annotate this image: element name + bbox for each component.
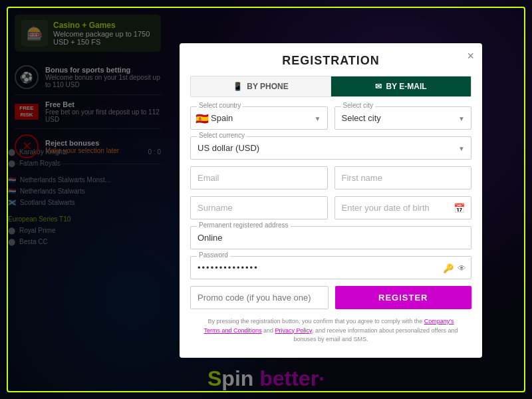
city-group: Select city Select city ▼ [334, 106, 472, 130]
address-row: Permanent registered address [190, 226, 471, 249]
registration-modal: × REGISTRATION 📱 BY PHONE ✉ BY E-MAIL Se… [180, 43, 482, 358]
firstname-group [334, 166, 472, 190]
email-firstname-row [190, 166, 471, 190]
country-city-row: Select country 🇪🇸 Spain ▼ Select city Se… [190, 106, 471, 130]
password-label: Password [197, 251, 230, 259]
email-group [190, 166, 328, 190]
currency-select[interactable]: US dollar (USD) [190, 136, 471, 160]
city-label: Select city [341, 102, 376, 109]
promo-register-row: REGISTER [190, 286, 471, 309]
register-button[interactable]: REGISTER [335, 286, 472, 309]
promo-input[interactable] [190, 286, 329, 309]
firstname-input[interactable] [334, 166, 472, 190]
surname-group [190, 196, 328, 219]
form-body: Select country 🇪🇸 Spain ▼ Select city Se… [180, 106, 482, 344]
email-icon: ✉ [375, 82, 382, 91]
tab-email-label: BY E-MAIL [386, 82, 426, 91]
surname-dob-row: 📅 [190, 196, 471, 219]
address-group: Permanent registered address [190, 226, 471, 249]
country-select[interactable]: Spain [190, 106, 328, 130]
phone-icon: 📱 [233, 82, 243, 91]
tabs-container: 📱 BY PHONE ✉ BY E-MAIL [190, 76, 471, 97]
dob-group: 📅 [334, 196, 472, 219]
currency-row: Select currency US dollar (USD) ▼ [190, 136, 471, 160]
email-input[interactable] [190, 166, 328, 190]
tab-email[interactable]: ✉ BY E-MAIL [331, 76, 471, 96]
country-label: Select country [197, 102, 243, 109]
surname-input[interactable] [190, 196, 328, 219]
address-input[interactable] [190, 226, 471, 249]
password-input[interactable] [190, 256, 471, 279]
city-select[interactable]: Select city [334, 106, 472, 130]
dob-input[interactable] [334, 196, 472, 219]
currency-label: Select currency [197, 132, 247, 139]
password-group: Password 🔑 👁 [190, 256, 471, 279]
privacy-link[interactable]: Privacy Policy [275, 327, 312, 334]
country-group: Select country 🇪🇸 Spain ▼ [190, 106, 328, 130]
address-label: Permanent registered address [197, 221, 291, 229]
modal-title: REGISTRATION [180, 43, 482, 76]
tab-phone-label: BY PHONE [247, 82, 288, 91]
password-row: Password 🔑 👁 [190, 256, 471, 279]
currency-group: Select currency US dollar (USD) ▼ [190, 136, 471, 160]
tab-phone[interactable]: 📱 BY PHONE [191, 76, 331, 96]
close-button[interactable]: × [467, 50, 474, 62]
terms-text: By pressing the registration button, you… [190, 317, 471, 344]
